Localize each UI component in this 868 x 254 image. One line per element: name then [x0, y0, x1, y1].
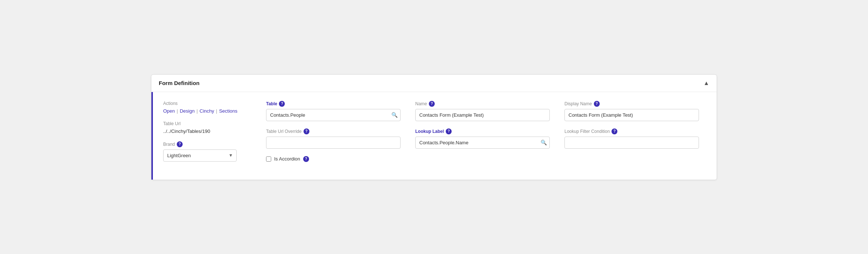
design-link[interactable]: Design	[180, 108, 194, 114]
display-name-label: Display Name ?	[564, 101, 699, 107]
table-url-label: Table Url	[163, 121, 250, 126]
lookup-label-group: Lookup Label ? 🔍	[415, 128, 550, 149]
cinchy-link[interactable]: Cinchy	[200, 108, 214, 114]
is-accordion-help-icon[interactable]: ?	[303, 156, 309, 162]
sep-3: |	[216, 108, 217, 114]
name-field-group: Name ?	[415, 101, 550, 121]
collapse-icon[interactable]: ▲	[703, 80, 709, 87]
table-field-label: Table ?	[266, 101, 401, 107]
column-2: Table ? 🔍 Table Url Override ?	[259, 101, 408, 169]
brand-help-icon[interactable]: ?	[177, 141, 183, 147]
sections-link[interactable]: Sections	[219, 108, 237, 114]
lookup-filter-group: Lookup Filter Condition ?	[564, 128, 699, 149]
display-name-input[interactable]	[564, 109, 699, 121]
display-name-input-wrap	[564, 109, 699, 121]
actions-links-row: Open | Design | Cinchy | Sections	[163, 108, 250, 114]
lookup-label-search-button[interactable]: 🔍	[541, 140, 547, 145]
lookup-filter-help-icon[interactable]: ?	[611, 128, 617, 134]
name-input[interactable]	[415, 109, 550, 121]
is-accordion-label: Is Accordion	[274, 156, 300, 162]
lookup-label-help-icon[interactable]: ?	[446, 128, 452, 134]
sep-2: |	[197, 108, 198, 114]
lookup-label-input-wrap: 🔍	[415, 137, 550, 149]
brand-select[interactable]: LightGreen Blue Red Orange Purple	[163, 149, 237, 162]
table-input-wrap: 🔍	[266, 109, 401, 121]
open-link[interactable]: Open	[163, 108, 175, 114]
card-body: Actions Open | Design | Cinchy | Section…	[151, 92, 717, 180]
column-4: Display Name ? Lookup Filter Condition ?	[557, 101, 706, 169]
lookup-label-label: Lookup Label ?	[415, 128, 550, 134]
sep-1: |	[177, 108, 178, 114]
brand-select-wrap: LightGreen Blue Red Orange Purple ▼	[163, 149, 237, 162]
table-url-group: Table Url ../../Cinchy/Tables/190	[163, 121, 250, 134]
table-help-icon[interactable]: ?	[279, 101, 285, 107]
is-accordion-checkbox[interactable]	[266, 156, 271, 162]
is-accordion-row: Is Accordion ?	[266, 156, 401, 162]
form-definition-card: Form Definition ▲ Actions Open | Design …	[151, 74, 717, 180]
card-header: Form Definition ▲	[151, 75, 717, 92]
table-url-override-input-wrap	[266, 137, 401, 149]
card-title: Form Definition	[159, 80, 200, 86]
table-url-override-label: Table Url Override ?	[266, 128, 401, 134]
brand-group: Brand ? LightGreen Blue Red Orange Purpl…	[163, 141, 250, 162]
table-url-override-input[interactable]	[266, 137, 401, 149]
lookup-label-input[interactable]	[415, 137, 550, 149]
name-input-wrap	[415, 109, 550, 121]
is-accordion-group: Is Accordion ?	[266, 156, 401, 162]
lookup-filter-label: Lookup Filter Condition ?	[564, 128, 699, 134]
display-name-group: Display Name ?	[564, 101, 699, 121]
table-input[interactable]	[266, 109, 401, 121]
brand-label: Brand ?	[163, 141, 250, 147]
actions-group: Actions Open | Design | Cinchy | Section…	[163, 101, 250, 114]
column-3: Name ? Lookup Label ? 🔍	[408, 101, 557, 169]
table-url-override-help-icon[interactable]: ?	[304, 128, 309, 134]
name-field-label: Name ?	[415, 101, 550, 107]
actions-label: Actions	[163, 101, 250, 106]
table-field-group: Table ? 🔍	[266, 101, 401, 121]
column-1: Actions Open | Design | Cinchy | Section…	[163, 101, 259, 169]
name-help-icon[interactable]: ?	[429, 101, 435, 107]
display-name-help-icon[interactable]: ?	[594, 101, 600, 107]
table-search-button[interactable]: 🔍	[391, 112, 398, 118]
table-url-value: ../../Cinchy/Tables/190	[163, 128, 250, 134]
lookup-filter-input-wrap	[564, 137, 699, 149]
table-url-override-group: Table Url Override ?	[266, 128, 401, 149]
lookup-filter-input[interactable]	[564, 137, 699, 149]
